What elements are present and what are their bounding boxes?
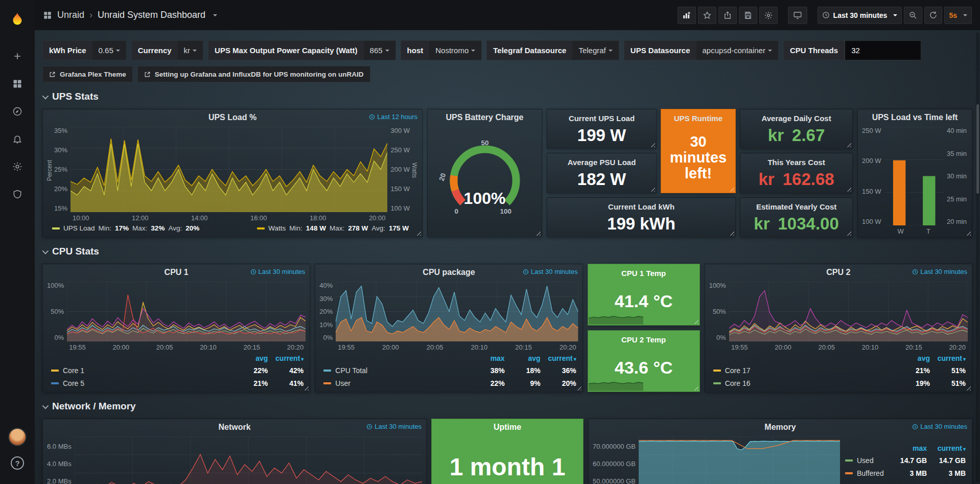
panel-title[interactable]: CPU package (423, 268, 475, 277)
panel-title[interactable]: Average PSU Load (568, 153, 636, 167)
cpu-package-chart[interactable] (336, 282, 578, 341)
share-button[interactable] (718, 7, 737, 24)
link-grafana-plex-theme[interactable]: Grafana Plex Theme (42, 66, 133, 82)
refresh-button[interactable] (924, 7, 942, 24)
series-swatch (845, 472, 853, 474)
series-swatch (51, 382, 59, 384)
dashboard-title[interactable]: Unraid System Dashboard (98, 10, 205, 20)
dashboards-icon[interactable] (6, 73, 29, 95)
section-ups-stats[interactable]: UPS Stats (42, 89, 972, 104)
panel-title[interactable]: UPS Load vs Time left (872, 113, 958, 122)
panel-title[interactable]: Memory (764, 423, 796, 432)
server-admin-shield-icon[interactable] (6, 183, 29, 205)
panel-title[interactable]: Network (218, 423, 250, 432)
link-ups-monitoring-guide[interactable]: Setting up Grafana and InfluxDB for UPS … (137, 66, 370, 82)
time-range-picker[interactable]: Last 30 minutes (818, 7, 902, 24)
memory-chart[interactable] (639, 436, 840, 484)
section-cpu-stats[interactable]: CPU Stats (42, 244, 972, 259)
axis-tick: 20:10 (862, 343, 879, 351)
panel-title[interactable]: CPU 1 Temp (621, 264, 666, 278)
panel-title[interactable]: UPS Load % (208, 113, 256, 122)
x-axis: 19:5520:0020:0520:1020:1520:20 (336, 341, 578, 353)
panel-resize-handle[interactable] (846, 186, 851, 192)
network-chart[interactable] (75, 436, 422, 484)
cpu-threads-input[interactable] (845, 40, 921, 60)
legend-series-toggle[interactable]: CPU Total (323, 366, 469, 375)
panel-title[interactable]: This Years Cost (767, 153, 825, 167)
panel-title[interactable]: UPS Runtime (674, 109, 722, 123)
legend-series-toggle[interactable]: Buffered (845, 469, 888, 477)
y-axis-left: 6.0 MBs4.0 MBs2.0 MBs (46, 436, 75, 484)
main-area: Unraid › Unraid System Dashboard Last 30… (35, 0, 980, 484)
legend-series-toggle[interactable]: Core 17 (713, 366, 894, 375)
add-panel-button[interactable] (678, 7, 696, 24)
breadcrumb-root[interactable]: Unraid (57, 10, 84, 20)
panel-resize-handle[interactable] (846, 230, 851, 236)
configuration-gear-icon[interactable] (6, 155, 29, 178)
panel-resize-handle[interactable] (729, 230, 734, 236)
panel-title[interactable]: Current UPS Load (569, 109, 635, 123)
ups-bars-chart[interactable] (884, 127, 944, 225)
legend-series-toggle[interactable]: User (323, 379, 469, 387)
legend-series-toggle[interactable]: Core 16 (713, 379, 894, 387)
var-ups-datasource[interactable]: UPS Datasourceapcupsd-container (624, 40, 779, 60)
legend-series-toggle[interactable]: UPS LoadMin:17%Max:32%Avg:20% (52, 224, 199, 232)
panel-resize-handle[interactable] (649, 186, 655, 192)
legend-series-toggle[interactable]: Core 5 (51, 379, 232, 387)
legend-column-header: max (888, 444, 927, 452)
axis-tick: 60.000000 GB (593, 455, 636, 472)
cycle-view-mode-button[interactable] (788, 7, 807, 24)
legend-column-header: current (930, 354, 966, 362)
series-swatch (323, 370, 331, 372)
var-telegraf-datasource[interactable]: Telegraf DatasourceTelegraf (486, 40, 619, 60)
panel-resize-handle[interactable] (846, 142, 851, 147)
panel-title[interactable]: UPS Battery Charge (446, 113, 523, 122)
apps-grid-icon[interactable] (43, 11, 52, 20)
star-button[interactable] (698, 7, 716, 24)
dashboard-dropdown-caret[interactable] (213, 14, 217, 16)
save-button[interactable] (739, 7, 757, 24)
explore-icon[interactable] (6, 100, 29, 123)
axis-tick: 14:00 (191, 214, 208, 222)
panel-resize-handle[interactable] (693, 318, 698, 324)
panel-resize-handle[interactable] (693, 385, 698, 390)
user-avatar[interactable] (8, 428, 27, 446)
axis-tick: 20% (54, 185, 67, 193)
panel-title[interactable]: Uptime (494, 423, 521, 432)
axis-tick: 35% (54, 127, 67, 134)
cpu2-chart[interactable] (729, 282, 968, 341)
axis-tick: 20:20 (559, 343, 576, 351)
panel-title[interactable]: Average Daily Cost (761, 109, 831, 123)
cpu1-chart[interactable] (67, 282, 306, 341)
axis-tick: 30 min (947, 172, 967, 180)
scrollbar-thumb[interactable] (976, 104, 979, 194)
refresh-interval-dropdown[interactable]: 5s (944, 7, 972, 24)
axis-tick: 19:55 (731, 343, 748, 351)
axis-tick: 25% (54, 166, 67, 173)
section-network-memory[interactable]: Network / Memory (42, 399, 972, 413)
panel-title[interactable]: CPU 2 (826, 268, 850, 277)
legend-row: Core 122%42% (51, 364, 304, 377)
legend-series-toggle[interactable]: WattsMin:148 WMax:278 WAvg:175 W (257, 224, 409, 232)
zoom-out-button[interactable] (904, 7, 922, 24)
var-kwh-price[interactable]: kWh Price0.65 (42, 40, 127, 60)
dashboard-settings-button[interactable] (759, 7, 778, 24)
legend-series-toggle[interactable]: Core 1 (51, 366, 232, 375)
panel-title[interactable]: CPU 2 Temp (621, 331, 666, 344)
create-icon[interactable] (6, 45, 29, 67)
var-currency[interactable]: Currencykr (131, 40, 203, 60)
stat-average-psu-load: Average PSU Load182 W (547, 153, 657, 193)
axis-tick: 50% (713, 308, 726, 315)
ups-load-chart[interactable] (71, 127, 387, 212)
panel-title[interactable]: Estimated Yearly Cost (756, 198, 836, 211)
panel-resize-handle[interactable] (649, 142, 655, 147)
axis-tick: 20:20 (287, 343, 304, 351)
var-ups-max-output[interactable]: UPS Max Output Power Capacity (Watt)865 (208, 40, 396, 60)
alerting-bell-icon[interactable] (6, 128, 29, 150)
panel-title[interactable]: Current Load kWh (608, 198, 674, 211)
var-host[interactable]: hostNostromo (401, 40, 482, 60)
help-icon[interactable]: ? (6, 452, 29, 474)
legend-series-toggle[interactable]: Used (845, 456, 888, 465)
panel-title[interactable]: CPU 1 (165, 268, 189, 277)
grafana-logo-icon[interactable] (6, 9, 29, 31)
